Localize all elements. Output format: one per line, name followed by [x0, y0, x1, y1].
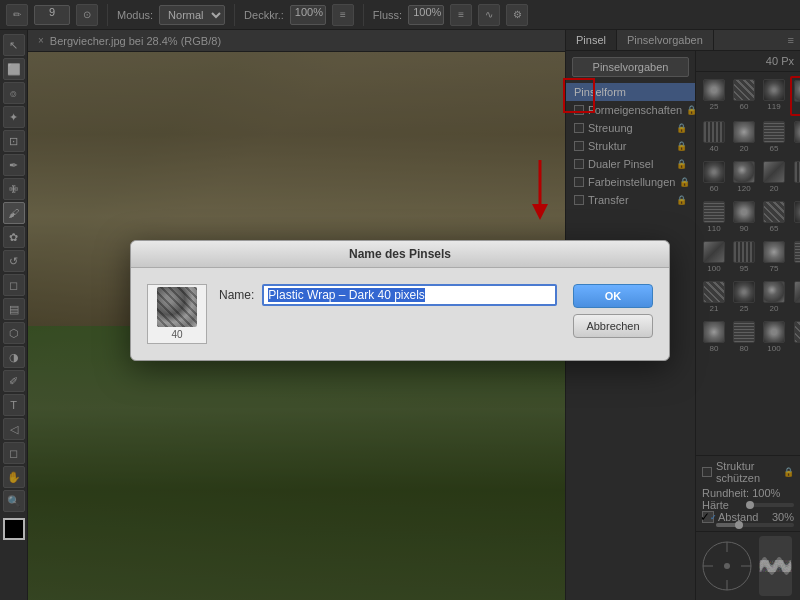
- dialog: Name des Pinsels 40 Name: OK Abbrechen: [130, 240, 670, 361]
- cursor-area: [219, 316, 557, 326]
- dialog-brush-size: 40: [171, 329, 182, 340]
- ok-button[interactable]: OK: [573, 284, 653, 308]
- dialog-title: Name des Pinsels: [131, 241, 669, 268]
- dialog-name-row: Name:: [219, 284, 557, 306]
- dialog-brush-preview: 40: [147, 284, 207, 344]
- cancel-button[interactable]: Abbrechen: [573, 314, 653, 338]
- dialog-form: Name:: [219, 284, 557, 326]
- dialog-name-input[interactable]: [262, 284, 557, 306]
- dialog-overlay: Name des Pinsels 40 Name: OK Abbrechen: [0, 0, 800, 600]
- dialog-body: 40 Name: OK Abbrechen: [131, 268, 669, 360]
- dialog-buttons: OK Abbrechen: [573, 284, 653, 338]
- dialog-name-label: Name:: [219, 288, 254, 302]
- dialog-brush-image: [157, 287, 197, 327]
